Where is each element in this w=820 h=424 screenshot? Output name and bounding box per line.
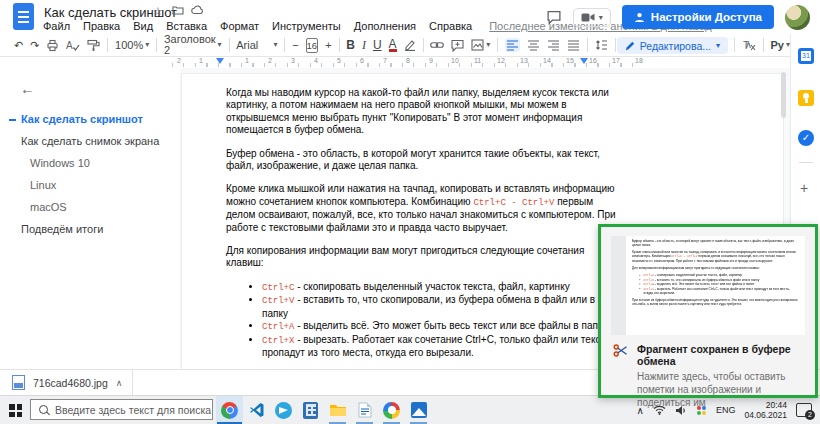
taskbar-app-photos[interactable]	[405, 396, 432, 424]
file-explorer-icon	[329, 403, 347, 418]
present-caret-icon: ▾	[599, 13, 603, 22]
google-calendar-icon[interactable]	[798, 48, 814, 64]
undo-button[interactable]: ↶	[14, 40, 23, 51]
insert-image-button[interactable]: ▾	[471, 39, 490, 51]
menu-view[interactable]: Вид	[133, 20, 153, 32]
menu-addons[interactable]: Дополнения	[354, 20, 416, 32]
list-item: Ctrl+V - вставить то, что скопировали, и…	[262, 294, 618, 320]
comment-history-icon[interactable]	[546, 10, 562, 25]
hide-menus-button[interactable]: ∧	[745, 39, 752, 50]
downloaded-file-name: 716cad4680.jpg	[33, 377, 108, 389]
italic-button[interactable]: I	[362, 39, 366, 51]
zoom-select[interactable]: 100%▾	[115, 40, 149, 51]
paragraph: Кроме клика мышкой или нажатия на тачпад…	[226, 183, 618, 234]
outline-item-1[interactable]: Как сделать снимок экрана	[0, 130, 180, 152]
spellcheck-button[interactable]: A	[66, 39, 80, 52]
google-tasks-icon[interactable]: ✓	[798, 130, 814, 146]
cloud-status-icon[interactable]	[191, 5, 204, 15]
text-color-button[interactable]: A	[389, 39, 397, 52]
paint-icon	[383, 402, 400, 419]
underline-button[interactable]: U	[373, 39, 382, 51]
shelf-divider	[132, 370, 133, 395]
list-item: Ctrl+C - скопировать выделенный участок …	[262, 281, 618, 294]
svg-text:A: A	[66, 40, 73, 51]
font-size-increase[interactable]: +	[325, 40, 331, 51]
present-button[interactable]: ▾	[573, 8, 611, 27]
indent-marker-left[interactable]	[216, 58, 224, 64]
font-size-decrease[interactable]: −	[292, 40, 298, 51]
outline-item-2[interactable]: Windows 10	[0, 152, 180, 174]
menu-format[interactable]: Формат	[220, 20, 259, 32]
align-justify-button[interactable]	[567, 39, 580, 51]
google-keep-icon[interactable]	[798, 90, 814, 106]
taskbar-app-vscode[interactable]	[243, 396, 270, 424]
tray-date: 04.06.2021	[744, 410, 787, 420]
image-file-icon	[12, 375, 25, 390]
share-settings-button[interactable]: Настройки Доступа	[622, 5, 774, 29]
menu-tools[interactable]: Инструменты	[272, 20, 341, 32]
horizontal-ruler[interactable]: 21123456789101112131415161718	[0, 57, 790, 68]
bold-button[interactable]: B	[346, 39, 355, 51]
taskbar-app-calculator[interactable]	[297, 396, 324, 424]
notification-count-badge: 2	[805, 410, 815, 420]
outline-panel: ← Как сделать скриншот Как сделать снимо…	[0, 68, 180, 369]
editing-mode-button[interactable]: Редактирова...▾	[617, 37, 728, 54]
close-outline-icon[interactable]: ←	[20, 80, 35, 97]
redo-button[interactable]: ↷	[30, 40, 39, 51]
paragraph: Буфер обмена - это область, в которой мо…	[226, 148, 618, 173]
paragraph: Когда мы наводим курсор на какой-то файл…	[226, 87, 618, 137]
menu-file[interactable]: Файл	[43, 20, 70, 32]
get-addons-button[interactable]: +	[800, 180, 808, 196]
print-button[interactable]	[46, 39, 59, 52]
insert-link-button[interactable]	[430, 40, 444, 50]
align-left-button[interactable]	[505, 38, 520, 52]
search-placeholder: Введите здесь текст для поиска	[55, 404, 211, 416]
calculator-icon	[303, 402, 318, 419]
outline-item-4[interactable]: macOS	[0, 196, 180, 218]
writer-document-icon	[358, 402, 372, 418]
paragraph-style-select[interactable]: Заголовок 2▾	[164, 34, 222, 56]
highlight-button[interactable]	[404, 39, 416, 51]
move-folder-icon[interactable]	[172, 5, 184, 15]
docs-toolbar: ↶ ↷ A 100%▾ Заголовок 2▾ Arial▾ − 16 + B…	[0, 34, 790, 57]
vertical-scrollbar[interactable]	[781, 72, 786, 118]
downloaded-file-chip[interactable]: 716cad4680.jpg ∧	[12, 375, 122, 390]
taskbar-app-chrome[interactable]	[216, 396, 243, 424]
kbd-combo: Ctrl+C - Ctrl+V	[473, 198, 554, 208]
align-center-button[interactable]	[527, 39, 540, 51]
outline-item-0[interactable]: Как сделать скриншот	[0, 108, 180, 130]
taskbar-app-paint[interactable]	[378, 396, 405, 424]
add-comment-button[interactable]	[451, 39, 464, 52]
person-icon	[634, 12, 645, 23]
telegram-icon	[275, 402, 292, 419]
paragraph: Для копирования информации вам могут при…	[226, 245, 618, 270]
docs-titlebar: Как сделать скриншот ☆ Файл Правка Вид В…	[0, 0, 820, 34]
download-options-caret-icon[interactable]: ∧	[116, 378, 123, 388]
star-icon[interactable]: ☆	[153, 5, 163, 18]
snip-sketch-icon	[613, 343, 628, 409]
paint-format-button[interactable]	[87, 39, 100, 52]
snip-notification[interactable]: Буфер обмена - это область, в которой мо…	[598, 224, 818, 398]
taskbar-app-writer[interactable]	[351, 396, 378, 424]
start-button[interactable]	[9, 404, 22, 417]
line-spacing-button[interactable]	[595, 39, 608, 51]
menu-help[interactable]: Справка	[429, 20, 472, 32]
outline-item-3[interactable]: Linux	[0, 174, 180, 196]
taskbar-app-explorer[interactable]	[324, 396, 351, 424]
search-icon	[39, 405, 48, 414]
chrome-icon	[221, 402, 238, 419]
list-item: Ctrl+X - вырезать. Работает как сочетани…	[262, 334, 618, 360]
font-select[interactable]: Arial▾	[236, 40, 277, 51]
account-avatar[interactable]	[785, 5, 810, 30]
menu-insert[interactable]: Вставка	[166, 20, 207, 32]
menu-edit[interactable]: Правка	[83, 20, 120, 32]
vscode-icon	[249, 402, 265, 418]
outline-item-5[interactable]: Подведём итоги	[0, 218, 180, 240]
indent-marker-right[interactable]	[580, 58, 588, 64]
google-docs-icon[interactable]	[13, 3, 34, 30]
taskbar-search[interactable]: Введите здесь текст для поиска	[30, 399, 213, 420]
align-right-button[interactable]	[547, 39, 560, 51]
font-size-input[interactable]: 16	[306, 38, 319, 53]
taskbar-app-telegram[interactable]	[270, 396, 297, 424]
input-tools-button[interactable]: Ру▾	[770, 40, 789, 51]
